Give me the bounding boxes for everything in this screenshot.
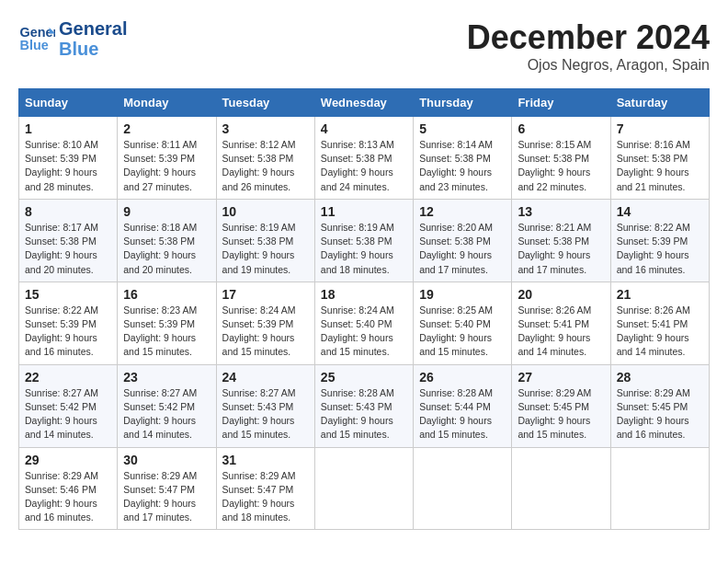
week-row-4: 22Sunrise: 8:27 AMSunset: 5:42 PMDayligh… xyxy=(19,364,710,447)
day-number: 4 xyxy=(321,121,407,136)
day-number: 8 xyxy=(25,204,111,219)
calendar-header-row: SundayMondayTuesdayWednesdayThursdayFrid… xyxy=(19,89,710,117)
day-number: 25 xyxy=(321,370,407,385)
day-number: 2 xyxy=(123,121,210,136)
calendar-cell: 12Sunrise: 8:20 AMSunset: 5:38 PMDayligh… xyxy=(414,199,512,282)
page-subtitle: Ojos Negros, Aragon, Spain xyxy=(467,57,710,74)
day-number: 16 xyxy=(123,287,210,302)
day-number: 27 xyxy=(518,370,604,385)
day-info: Sunrise: 8:26 AMSunset: 5:41 PMDaylight:… xyxy=(518,304,604,360)
day-info: Sunrise: 8:29 AMSunset: 5:45 PMDaylight:… xyxy=(518,386,604,442)
day-info: Sunrise: 8:19 AMSunset: 5:38 PMDaylight:… xyxy=(222,221,309,277)
calendar-cell: 25Sunrise: 8:28 AMSunset: 5:43 PMDayligh… xyxy=(314,364,413,447)
day-info: Sunrise: 8:27 AMSunset: 5:42 PMDaylight:… xyxy=(123,386,210,442)
calendar-cell: 24Sunrise: 8:27 AMSunset: 5:43 PMDayligh… xyxy=(216,364,314,447)
header-friday: Friday xyxy=(512,89,610,117)
day-info: Sunrise: 8:13 AMSunset: 5:38 PMDaylight:… xyxy=(321,138,407,194)
calendar-cell: 22Sunrise: 8:27 AMSunset: 5:42 PMDayligh… xyxy=(19,364,118,447)
calendar-cell: 14Sunrise: 8:22 AMSunset: 5:39 PMDayligh… xyxy=(610,199,709,282)
calendar-cell: 28Sunrise: 8:29 AMSunset: 5:45 PMDayligh… xyxy=(610,364,709,447)
day-number: 14 xyxy=(617,204,703,219)
logo: General Blue General Blue xyxy=(18,18,127,59)
svg-text:Blue: Blue xyxy=(20,38,49,52)
logo-line1: General xyxy=(59,18,127,39)
day-number: 19 xyxy=(419,287,506,302)
day-number: 9 xyxy=(123,204,210,219)
day-info: Sunrise: 8:29 AMSunset: 5:46 PMDaylight:… xyxy=(25,469,111,525)
day-info: Sunrise: 8:28 AMSunset: 5:43 PMDaylight:… xyxy=(321,386,407,442)
day-info: Sunrise: 8:20 AMSunset: 5:38 PMDaylight:… xyxy=(419,221,506,277)
calendar-cell: 27Sunrise: 8:29 AMSunset: 5:45 PMDayligh… xyxy=(512,364,610,447)
day-info: Sunrise: 8:27 AMSunset: 5:42 PMDaylight:… xyxy=(25,386,111,442)
header-monday: Monday xyxy=(118,89,216,117)
day-info: Sunrise: 8:23 AMSunset: 5:39 PMDaylight:… xyxy=(123,304,210,360)
header-saturday: Saturday xyxy=(610,89,709,117)
day-number: 20 xyxy=(518,287,604,302)
day-number: 11 xyxy=(321,204,407,219)
calendar-cell: 26Sunrise: 8:28 AMSunset: 5:44 PMDayligh… xyxy=(414,364,512,447)
week-row-1: 1Sunrise: 8:10 AMSunset: 5:39 PMDaylight… xyxy=(19,117,710,200)
header-thursday: Thursday xyxy=(414,89,512,117)
calendar-cell: 19Sunrise: 8:25 AMSunset: 5:40 PMDayligh… xyxy=(414,282,512,364)
header-tuesday: Tuesday xyxy=(216,89,314,117)
calendar-cell: 2Sunrise: 8:11 AMSunset: 5:39 PMDaylight… xyxy=(118,117,216,200)
calendar-cell: 18Sunrise: 8:24 AMSunset: 5:40 PMDayligh… xyxy=(314,282,413,364)
calendar-cell xyxy=(610,447,709,530)
calendar-cell: 29Sunrise: 8:29 AMSunset: 5:46 PMDayligh… xyxy=(19,447,118,530)
calendar-cell: 4Sunrise: 8:13 AMSunset: 5:38 PMDaylight… xyxy=(314,117,413,200)
day-number: 21 xyxy=(617,287,703,302)
day-info: Sunrise: 8:25 AMSunset: 5:40 PMDaylight:… xyxy=(419,304,506,360)
day-info: Sunrise: 8:22 AMSunset: 5:39 PMDaylight:… xyxy=(617,221,703,277)
calendar-cell: 7Sunrise: 8:16 AMSunset: 5:38 PMDaylight… xyxy=(610,117,709,200)
calendar-cell: 30Sunrise: 8:29 AMSunset: 5:47 PMDayligh… xyxy=(118,447,216,530)
day-number: 30 xyxy=(123,453,210,467)
week-row-2: 8Sunrise: 8:17 AMSunset: 5:38 PMDaylight… xyxy=(19,199,710,282)
day-info: Sunrise: 8:24 AMSunset: 5:39 PMDaylight:… xyxy=(222,304,309,360)
day-info: Sunrise: 8:29 AMSunset: 5:47 PMDaylight:… xyxy=(123,469,210,525)
day-number: 17 xyxy=(222,287,309,302)
week-row-3: 15Sunrise: 8:22 AMSunset: 5:39 PMDayligh… xyxy=(19,282,710,364)
day-number: 5 xyxy=(419,121,506,136)
calendar-cell xyxy=(314,447,413,530)
day-number: 12 xyxy=(419,204,506,219)
day-info: Sunrise: 8:18 AMSunset: 5:38 PMDaylight:… xyxy=(123,221,210,277)
day-number: 10 xyxy=(222,204,309,219)
day-number: 29 xyxy=(25,453,111,467)
page-title: December 2024 xyxy=(467,18,710,57)
day-number: 26 xyxy=(419,370,506,385)
day-info: Sunrise: 8:16 AMSunset: 5:38 PMDaylight:… xyxy=(617,138,703,194)
day-info: Sunrise: 8:21 AMSunset: 5:38 PMDaylight:… xyxy=(518,221,604,277)
day-number: 31 xyxy=(222,453,309,467)
day-number: 18 xyxy=(321,287,407,302)
day-info: Sunrise: 8:15 AMSunset: 5:38 PMDaylight:… xyxy=(518,138,604,194)
day-number: 24 xyxy=(222,370,309,385)
calendar-cell xyxy=(512,447,610,530)
day-number: 23 xyxy=(123,370,210,385)
day-info: Sunrise: 8:27 AMSunset: 5:43 PMDaylight:… xyxy=(222,386,309,442)
day-number: 13 xyxy=(518,204,604,219)
day-number: 3 xyxy=(222,121,309,136)
calendar-cell: 10Sunrise: 8:19 AMSunset: 5:38 PMDayligh… xyxy=(216,199,314,282)
day-info: Sunrise: 8:14 AMSunset: 5:38 PMDaylight:… xyxy=(419,138,506,194)
page-header: General Blue General Blue December 2024 … xyxy=(18,18,710,74)
calendar-cell: 31Sunrise: 8:29 AMSunset: 5:47 PMDayligh… xyxy=(216,447,314,530)
calendar-cell: 15Sunrise: 8:22 AMSunset: 5:39 PMDayligh… xyxy=(19,282,118,364)
day-number: 7 xyxy=(617,121,703,136)
calendar-cell: 13Sunrise: 8:21 AMSunset: 5:38 PMDayligh… xyxy=(512,199,610,282)
day-info: Sunrise: 8:19 AMSunset: 5:38 PMDaylight:… xyxy=(321,221,407,277)
calendar-cell: 3Sunrise: 8:12 AMSunset: 5:38 PMDaylight… xyxy=(216,117,314,200)
calendar-cell: 9Sunrise: 8:18 AMSunset: 5:38 PMDaylight… xyxy=(118,199,216,282)
day-info: Sunrise: 8:29 AMSunset: 5:47 PMDaylight:… xyxy=(222,469,309,525)
day-info: Sunrise: 8:29 AMSunset: 5:45 PMDaylight:… xyxy=(617,386,703,442)
day-info: Sunrise: 8:17 AMSunset: 5:38 PMDaylight:… xyxy=(25,221,111,277)
title-block: December 2024 Ojos Negros, Aragon, Spain xyxy=(467,18,710,74)
calendar-table: SundayMondayTuesdayWednesdayThursdayFrid… xyxy=(18,88,710,530)
day-number: 1 xyxy=(25,121,111,136)
calendar-cell: 1Sunrise: 8:10 AMSunset: 5:39 PMDaylight… xyxy=(19,117,118,200)
day-info: Sunrise: 8:28 AMSunset: 5:44 PMDaylight:… xyxy=(419,386,506,442)
header-wednesday: Wednesday xyxy=(314,89,413,117)
calendar-cell: 23Sunrise: 8:27 AMSunset: 5:42 PMDayligh… xyxy=(118,364,216,447)
day-info: Sunrise: 8:26 AMSunset: 5:41 PMDaylight:… xyxy=(617,304,703,360)
day-info: Sunrise: 8:12 AMSunset: 5:38 PMDaylight:… xyxy=(222,138,309,194)
calendar-cell: 21Sunrise: 8:26 AMSunset: 5:41 PMDayligh… xyxy=(610,282,709,364)
